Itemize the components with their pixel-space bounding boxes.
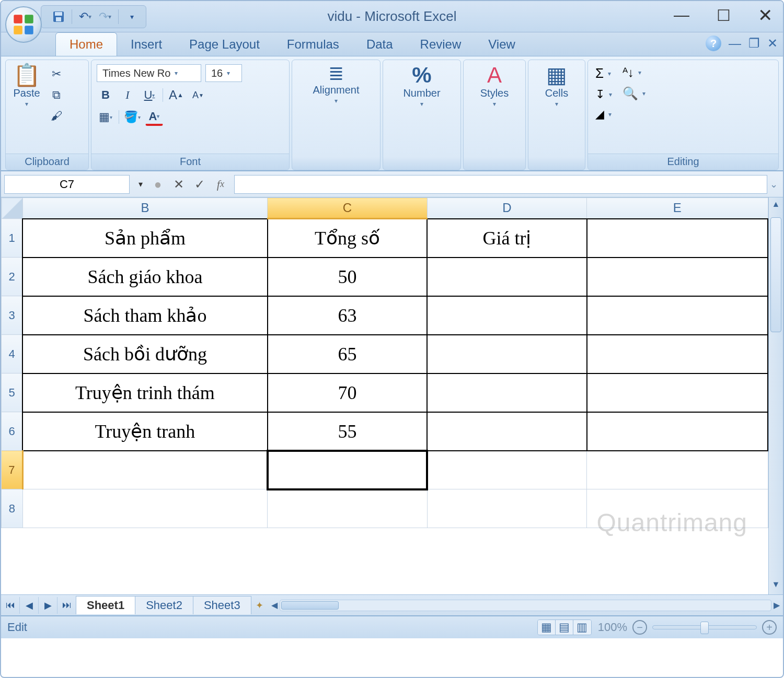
scroll-left-icon[interactable]: ◀: [271, 600, 278, 610]
cell-E7[interactable]: [587, 451, 768, 489]
cell-C7[interactable]: [268, 451, 428, 489]
help-icon[interactable]: ?: [706, 36, 721, 51]
cell-E3[interactable]: [587, 296, 768, 335]
cell-B3[interactable]: Sách tham khảo: [22, 296, 267, 335]
tab-formulas[interactable]: Formulas: [273, 33, 353, 56]
row-header-2[interactable]: 2: [2, 258, 23, 296]
sheet-tab-3[interactable]: Sheet3: [193, 596, 251, 614]
sheet-tab-2[interactable]: Sheet2: [135, 596, 193, 614]
cell-C1[interactable]: Tổng số: [268, 219, 428, 258]
cell-D3[interactable]: [427, 296, 587, 335]
cell-E5[interactable]: [587, 373, 768, 412]
tab-home[interactable]: Home: [55, 32, 117, 56]
font-color-button[interactable]: A▾: [145, 108, 163, 126]
last-sheet-icon[interactable]: ⏭: [57, 597, 76, 614]
qat-customize-icon[interactable]: ▾: [125, 10, 139, 24]
cell-E6[interactable]: [587, 412, 768, 451]
cell-B1[interactable]: Sản phẩm: [22, 219, 267, 258]
cell-E4[interactable]: [587, 335, 768, 373]
expand-formula-icon[interactable]: ⌄: [767, 179, 780, 190]
cell-B2[interactable]: Sách giáo khoa: [22, 258, 267, 296]
tab-insert[interactable]: Insert: [117, 33, 176, 56]
first-sheet-icon[interactable]: ⏮: [1, 597, 20, 614]
copy-icon[interactable]: ⧉: [48, 86, 65, 104]
zoom-knob[interactable]: [700, 622, 709, 634]
zoom-slider[interactable]: [652, 625, 757, 629]
alignment-button[interactable]: ≣ Alignment ▾: [310, 62, 363, 107]
cell-B8[interactable]: [22, 489, 267, 528]
cell-D6[interactable]: [427, 412, 587, 451]
scroll-down-icon[interactable]: ▼: [769, 580, 783, 592]
select-all-button[interactable]: [2, 198, 23, 219]
row-header-3[interactable]: 3: [2, 296, 23, 335]
cell-B4[interactable]: Sách bồi dưỡng: [22, 335, 267, 373]
worksheet[interactable]: B C D E 1 Sản phẩm Tổng số Giá trị 2 Sác…: [1, 197, 768, 594]
cell-B5[interactable]: Truyện trinh thám: [22, 373, 267, 412]
col-header-D[interactable]: D: [427, 198, 587, 219]
minimize-button[interactable]: —: [671, 6, 692, 24]
number-button[interactable]: % Number ▾: [400, 62, 443, 110]
grow-font-button[interactable]: A▲: [167, 86, 185, 104]
find-icon[interactable]: 🔍: [622, 86, 638, 101]
cut-icon[interactable]: ✂: [48, 65, 65, 83]
autosum-icon[interactable]: Σ: [595, 65, 604, 81]
zoom-level[interactable]: 100%: [598, 621, 627, 634]
paste-button[interactable]: 📋 Paste ▾: [10, 62, 43, 110]
col-header-E[interactable]: E: [587, 198, 768, 219]
row-header-1[interactable]: 1: [2, 219, 23, 258]
scroll-thumb[interactable]: [770, 217, 781, 332]
maximize-button[interactable]: ☐: [713, 6, 734, 24]
fill-icon[interactable]: ↧: [595, 88, 605, 101]
redo-icon[interactable]: ↷▾: [98, 10, 112, 24]
col-header-C[interactable]: C: [268, 198, 428, 219]
tab-page-layout[interactable]: Page Layout: [176, 33, 273, 56]
tab-data[interactable]: Data: [353, 33, 407, 56]
zoom-out-icon[interactable]: −: [632, 620, 647, 635]
office-button[interactable]: [5, 6, 42, 43]
font-name-combo[interactable]: Times New Ro▾: [97, 64, 201, 82]
prev-sheet-icon[interactable]: ◀: [20, 597, 39, 614]
cell-C4[interactable]: 65: [268, 335, 428, 373]
row-header-4[interactable]: 4: [2, 335, 23, 373]
bold-button[interactable]: B: [97, 86, 114, 104]
font-size-combo[interactable]: 16▾: [205, 64, 242, 82]
enter-icon[interactable]: ✓: [189, 175, 210, 194]
cell-D4[interactable]: [427, 335, 587, 373]
cell-C5[interactable]: 70: [268, 373, 428, 412]
namebox-dropdown-icon[interactable]: ▾: [134, 179, 147, 189]
sheet-tab-1[interactable]: Sheet1: [76, 596, 135, 614]
cells-button[interactable]: ▦ Cells ▾: [542, 62, 571, 110]
row-header-7[interactable]: 7: [2, 451, 23, 489]
tab-view[interactable]: View: [475, 33, 529, 56]
restore-window-icon[interactable]: ❐: [748, 36, 760, 51]
underline-button[interactable]: U▾: [141, 86, 158, 104]
close-button[interactable]: ✕: [755, 6, 776, 24]
next-sheet-icon[interactable]: ▶: [39, 597, 57, 614]
cell-C3[interactable]: 63: [268, 296, 428, 335]
horizontal-scrollbar[interactable]: ◀ ▶: [268, 600, 783, 611]
save-icon[interactable]: [52, 10, 65, 24]
sort-filter-icon[interactable]: ᴬ↓: [622, 65, 634, 80]
cell-D5[interactable]: [427, 373, 587, 412]
fill-color-button[interactable]: 🪣▾: [123, 108, 141, 126]
scroll-right-icon[interactable]: ▶: [774, 600, 780, 610]
normal-view-icon[interactable]: ▦: [538, 620, 556, 635]
tab-review[interactable]: Review: [407, 33, 475, 56]
page-layout-view-icon[interactable]: ▤: [556, 620, 573, 635]
row-header-5[interactable]: 5: [2, 373, 23, 412]
cell-E1[interactable]: [587, 219, 768, 258]
new-sheet-icon[interactable]: ✦: [251, 600, 268, 611]
cell-D8[interactable]: [427, 489, 587, 528]
minimize-ribbon-icon[interactable]: —: [729, 36, 741, 51]
cell-E2[interactable]: [587, 258, 768, 296]
format-painter-icon[interactable]: 🖌: [48, 107, 65, 125]
col-header-B[interactable]: B: [22, 198, 267, 219]
cell-D7[interactable]: [427, 451, 587, 489]
cell-D1[interactable]: Giá trị: [427, 219, 587, 258]
cell-C2[interactable]: 50: [268, 258, 428, 296]
formula-input[interactable]: [234, 175, 767, 194]
name-box[interactable]: C7: [4, 175, 130, 194]
cell-B6[interactable]: Truyện tranh: [22, 412, 267, 451]
clear-icon[interactable]: ◢: [595, 108, 604, 121]
cancel-formula-icon[interactable]: ●: [147, 175, 168, 194]
